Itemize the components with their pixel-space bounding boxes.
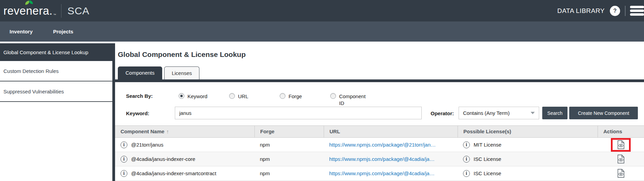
radio-button-icon[interactable]: [179, 93, 184, 99]
table-row: i @4cadia/janus-indexer-smartcontract np…: [115, 166, 644, 181]
operator-selected-value: Contains (Any Term): [463, 110, 509, 116]
sidebar-right-border: [112, 43, 115, 181]
radio-button-icon[interactable]: [280, 93, 285, 99]
component-name: @4cadia/janus-indexer-smartcontract: [131, 170, 216, 176]
sidebar-item-global-component-license-lookup[interactable]: Global Component & License Lookup: [0, 43, 115, 61]
search-by-label: Search By:: [126, 92, 153, 100]
radio-label: Keyword: [187, 93, 207, 100]
info-icon[interactable]: i: [463, 170, 470, 177]
forge-value: npm: [254, 152, 324, 166]
component-name: @21torr/janus: [131, 142, 163, 148]
sidebar-item-custom-detection-rules[interactable]: Custom Detection Rules: [0, 61, 112, 81]
sidebar-item-suppressed-vulnerabilities[interactable]: Suppressed Vulnerabilities: [0, 81, 112, 102]
column-header-possible-licenses[interactable]: Possible License(s): [458, 126, 598, 137]
nav-inventory[interactable]: Inventory: [10, 29, 33, 34]
forge-value: npm: [254, 166, 324, 180]
radio-option-forge[interactable]: Forge: [280, 93, 302, 100]
info-icon[interactable]: i: [121, 156, 127, 163]
info-icon[interactable]: i: [463, 156, 470, 163]
component-url-link[interactable]: https://www.npmjs.com/package/@4cadia/ja…: [329, 156, 435, 162]
radio-label: URL: [238, 93, 248, 100]
logo-leaf-right-icon: [29, 0, 33, 4]
radio-label: Forge: [289, 93, 302, 100]
table-row: i @4cadia/janus-indexer-core npm https:/…: [115, 152, 644, 166]
keyword-input[interactable]: [175, 107, 422, 119]
help-icon[interactable]: ?: [610, 6, 620, 16]
main-content: Global Component & License Lookup Compon…: [115, 42, 644, 181]
search-button[interactable]: Search: [542, 107, 568, 119]
table-row: i @21torr/janus npm https://www.npmjs.co…: [115, 138, 644, 152]
radio-option-component-id[interactable]: Component ID: [330, 93, 368, 107]
view-component-document-icon[interactable]: [617, 154, 625, 164]
view-component-document-icon[interactable]: [617, 169, 625, 178]
info-icon[interactable]: i: [121, 170, 127, 177]
create-new-component-button[interactable]: Create New Component: [569, 107, 638, 119]
trademark-symbol: ™: [53, 13, 56, 17]
radio-option-url[interactable]: URL: [229, 93, 248, 100]
header-divider: [625, 6, 626, 16]
page-title: Global Component & License Lookup: [118, 50, 246, 59]
tab-licenses[interactable]: Licenses: [164, 66, 199, 79]
sort-ascending-icon: ↑: [166, 129, 169, 134]
product-name: SCA: [67, 5, 89, 17]
logo-divider: [61, 4, 61, 18]
component-name: @4cadia/janus-indexer-core: [131, 156, 195, 162]
results-table: Component Name↑ Forge URL Possible Licen…: [115, 125, 644, 181]
app-window: revenera.™ SCA DATA LIBRARY ? Inventory …: [0, 0, 644, 181]
revenera-logo: revenera.™ SCA: [3, 4, 89, 18]
license-name: ISC License: [474, 156, 501, 162]
component-url-link[interactable]: https://www.npmjs.com/package/@4cadia/ja…: [329, 170, 435, 176]
brand-text: n: [26, 4, 32, 17]
column-header-component-name[interactable]: Component Name↑: [115, 126, 254, 137]
brand-wordmark: revenera.™: [3, 4, 56, 17]
radio-option-keyword[interactable]: Keyword: [179, 93, 207, 100]
nav-projects[interactable]: Projects: [53, 29, 73, 34]
operator-label: Operator:: [431, 109, 454, 118]
chevron-down-icon: [531, 112, 535, 114]
radio-button-icon[interactable]: [229, 93, 235, 99]
operator-select[interactable]: Contains (Any Term): [459, 107, 539, 119]
license-name: ISC License: [474, 170, 501, 176]
column-header-url[interactable]: URL: [324, 126, 458, 137]
info-icon[interactable]: i: [463, 141, 470, 148]
radio-button-icon[interactable]: [330, 93, 336, 99]
component-url-link[interactable]: https://www.npmjs.com/package/@21torr/ja…: [329, 142, 436, 148]
column-header-forge[interactable]: Forge: [254, 126, 324, 137]
hamburger-menu-icon[interactable]: [630, 6, 644, 16]
column-header-actions: Actions: [598, 126, 644, 137]
table-header-row: Component Name↑ Forge URL Possible Licen…: [115, 125, 644, 138]
data-library-label: DATA LIBRARY: [557, 7, 605, 15]
keyword-label: Keyword:: [126, 109, 149, 118]
top-header: revenera.™ SCA DATA LIBRARY ?: [0, 0, 644, 21]
info-icon[interactable]: i: [121, 141, 127, 148]
forge-value: npm: [254, 138, 324, 152]
sidebar: Global Component & License Lookup Custom…: [0, 42, 115, 181]
main-navbar: Inventory Projects: [0, 21, 644, 42]
license-name: MIT License: [474, 142, 501, 148]
brand-text: reve: [3, 4, 26, 17]
tab-panel-top-border: [115, 79, 644, 82]
tab-components[interactable]: Components: [118, 66, 162, 79]
view-component-document-icon[interactable]: [617, 140, 625, 149]
brand-text: era.: [32, 4, 53, 17]
radio-label: Component ID: [339, 93, 368, 107]
header-right-group: DATA LIBRARY ?: [557, 0, 644, 21]
